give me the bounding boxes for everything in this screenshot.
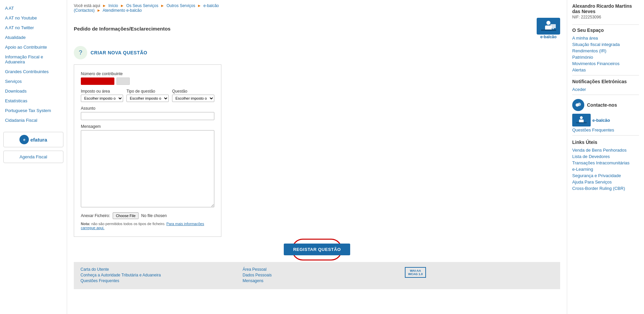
minha-area-link[interactable]: A minha área [572, 36, 639, 41]
assunto-group: Assunto [81, 106, 214, 120]
user-name: Alexandro Ricardo Martins das Neves [572, 3, 639, 14]
nif-container [81, 77, 214, 85]
footer-area-pessoal[interactable]: Área Pessoal [243, 267, 391, 272]
situacao-fiscal-link[interactable]: Situação fiscal integrada [572, 42, 639, 47]
sidebar-item-a-at[interactable]: A AT [0, 3, 67, 13]
patrimonio-link[interactable]: Património [572, 55, 639, 60]
efatura-label: efatura [30, 137, 47, 143]
ebalcao-right-svg [574, 115, 589, 125]
notificacoes-title: Notificações Eletrónicas [572, 79, 639, 84]
sidebar-item-atualidade[interactable]: Atualidade [0, 33, 67, 42]
question-icon: ? [74, 46, 87, 59]
footer-conheca-at[interactable]: Conheça a Autoridade Tributária e Aduane… [80, 273, 229, 277]
sidebar-item-portuguese-tax[interactable]: Portuguese Tax System [0, 106, 67, 115]
link-seguranca[interactable]: Segurança e Privacidade [572, 173, 639, 178]
mensagem-group: Mensagem [81, 124, 214, 208]
chat-icon [575, 102, 582, 108]
questao-select[interactable]: Escolher imposto ou área [172, 95, 214, 102]
sidebar-item-twitter[interactable]: A AT no Twitter [0, 23, 67, 33]
footer: Carta do Utente Conheça a Autoridade Tri… [74, 262, 560, 289]
sidebar-item-grandes[interactable]: Grandes Contribuintes [0, 67, 67, 76]
breadcrumb-arrow-5: ► [97, 8, 101, 13]
links-uteis-title: Links Úteis [572, 140, 639, 145]
footer-carta-utente[interactable]: Carta do Utente [80, 267, 229, 272]
link-lista-devedores[interactable]: Lista de Devedores [572, 154, 639, 159]
user-nif: NIF: 222253096 [572, 15, 639, 19]
alertas-link[interactable]: Alertas [572, 67, 639, 72]
svg-rect-10 [576, 122, 587, 123]
right-sidebar: Alexandro Ricardo Martins das Neves NIF:… [567, 0, 644, 314]
divider-4 [572, 135, 639, 136]
svg-point-8 [580, 116, 583, 119]
ebalcao-right-text: e-balcão [592, 118, 610, 123]
sidebar-item-apoio[interactable]: Apoio ao Contribuinte [0, 42, 67, 52]
page-title: Pedido de Informações/Esclarecimentos [74, 26, 170, 32]
sidebar-item-informacao[interactable]: Informação Fiscal e Aduaneira [0, 52, 67, 67]
breadcrumb-seus-servicos[interactable]: Os Seus Serviços [126, 3, 158, 8]
left-sidebar: A AT A AT no Youtube A AT no Twitter Atu… [0, 0, 67, 314]
nif-label: Número de contribuinte [81, 71, 214, 76]
link-venda-bens[interactable]: Venda de Bens Penhorados [572, 148, 639, 153]
form-container: Número de contribuinte Imposto ou área E… [74, 64, 221, 237]
footer-mensagens[interactable]: Mensagens [243, 278, 391, 283]
nif-field-red [81, 77, 114, 85]
breadcrumb-arrow-3: ► [160, 3, 164, 8]
breadcrumb-inicio[interactable]: Início [108, 3, 118, 8]
registar-questao-button[interactable]: REGISTAR QUESTÃO [284, 244, 350, 255]
link-elearning[interactable]: e-Learning [572, 167, 639, 172]
notificacoes-section: Notificações Eletrónicas Aceder [572, 79, 639, 92]
imposto-label: Imposto ou área [81, 89, 123, 94]
questao-label: Questão [172, 89, 214, 94]
assunto-input[interactable] [81, 112, 214, 120]
agenda-fiscal-link[interactable]: Agenda Fiscal [3, 151, 63, 163]
svg-rect-4 [550, 24, 556, 28]
ebalcao-logo: e-balcão [537, 18, 560, 39]
nif-group: Número de contribuinte [81, 71, 214, 85]
rendimentos-link[interactable]: Rendimentos (IR) [572, 48, 639, 53]
sidebar-item-downloads[interactable]: Downloads [0, 86, 67, 96]
movimentos-link[interactable]: Movimentos Financeiros [572, 61, 639, 66]
questao-group: Questão Escolher imposto ou área [172, 89, 214, 102]
sidebar-item-youtube[interactable]: A AT no Youtube [0, 13, 67, 23]
questoes-frequentes-link[interactable]: Questões Frequentes [572, 127, 614, 133]
o-seu-espaco-title: O Seu Espaço [572, 28, 639, 33]
imposto-area-select[interactable]: Escolher imposto ou área [81, 95, 123, 102]
sidebar-item-estatisticas[interactable]: Estatísticas [0, 96, 67, 106]
footer-dados-pessoais[interactable]: Dados Pessoais [243, 273, 391, 277]
tipo-questao-select[interactable]: Escolher imposto ou área [126, 95, 169, 102]
footer-inner: Carta do Utente Conheça a Autoridade Tri… [80, 267, 553, 284]
link-cross-border[interactable]: Cross-Border Ruling (CBR) [572, 186, 639, 191]
footer-questoes[interactable]: Questões Frequentes [80, 278, 229, 283]
link-transacoes[interactable]: Transações Intracomunitárias [572, 160, 639, 165]
svg-point-7 [578, 103, 581, 106]
sidebar-item-cidadania[interactable]: Cidadania Fiscal [0, 115, 67, 125]
link-ajuda[interactable]: Ajuda Para Serviços [572, 179, 639, 185]
tipo-questao-group: Tipo de questão Escolher imposto ou área [126, 89, 169, 102]
mensagem-textarea[interactable] [81, 130, 214, 207]
breadcrumb: Você está aqui ► Início ► Os Seus Serviç… [74, 3, 560, 13]
efatura-icon: e [19, 135, 29, 144]
choose-file-button[interactable]: Choose File [113, 212, 139, 219]
wsc-text: WAI-AA [410, 269, 421, 272]
footer-col-wsc: WAI-AA WCAG 1.0 [405, 267, 553, 284]
breadcrumb-atendimento[interactable]: Atendimento e-balcão [103, 8, 142, 13]
new-question-section: ? CRIAR NOVA QUESTÃO [74, 46, 560, 59]
imposto-area-group: Imposto ou área Escolher imposto ou área [81, 89, 123, 102]
breadcrumb-contactos[interactable]: (Contactos) [74, 8, 95, 13]
contacte-title: Contacte-nos [587, 102, 617, 108]
breadcrumb-ebalcao[interactable]: e-balcão [203, 3, 219, 8]
ebalcao-right-logo: e-balcão Questões Frequentes [572, 114, 639, 133]
main-content: Você está aqui ► Início ► Os Seus Serviç… [67, 0, 567, 314]
sidebar-item-servicos[interactable]: Serviços [0, 76, 67, 86]
aceder-link[interactable]: Aceder [572, 87, 639, 92]
assunto-label: Assunto [81, 106, 214, 111]
efatura-logo-container[interactable]: e efatura [3, 132, 63, 147]
tipo-questao-label: Tipo de questão [126, 89, 169, 94]
nota-content: não são permitidos todos os tipos de fic… [91, 222, 165, 226]
file-attach-row: Anexar Ficheiro: Choose File No file cho… [81, 212, 214, 219]
nota-label: Nota: [81, 222, 90, 226]
breadcrumb-outros-servicos[interactable]: Outros Serviços [167, 3, 195, 8]
breadcrumb-voce-esta-aqui: Você está aqui [74, 3, 100, 8]
footer-col-1: Carta do Utente Conheça a Autoridade Tri… [80, 267, 229, 284]
contacte-row: Contacte-nos [572, 99, 639, 111]
